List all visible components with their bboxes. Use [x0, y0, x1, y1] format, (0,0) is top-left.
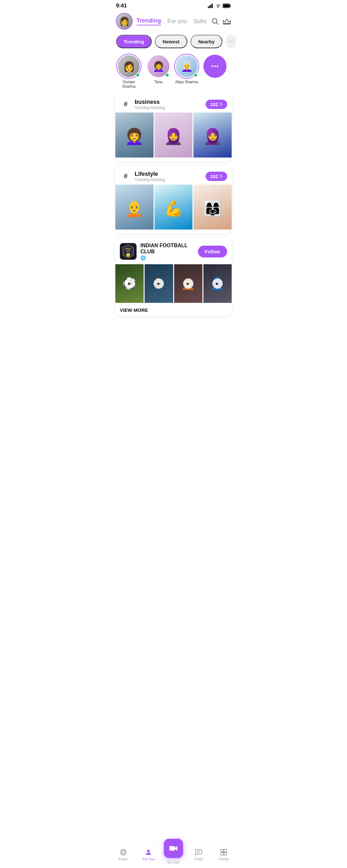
hashtag-img-1c: 🧕 — [193, 113, 232, 157]
club-video-1[interactable]: ⚽ ▶ — [115, 264, 144, 303]
svg-point-14 — [214, 66, 216, 67]
svg-point-12 — [232, 41, 233, 42]
header-action-icons — [211, 18, 231, 25]
header: 👩 Trending For you Subs — [111, 10, 236, 31]
view-more-button[interactable]: VIEW MORE — [115, 303, 232, 316]
story-item-1[interactable]: 👩 Gunjan Sharma — [116, 55, 142, 89]
content-scroll: # business Trending Hashtag 102 👩‍🦱 🧕 🧕 — [111, 94, 236, 346]
svg-point-11 — [231, 41, 232, 42]
svg-text:WINDY: WINDY — [125, 248, 131, 250]
svg-rect-0 — [208, 6, 209, 8]
play-button-4[interactable]: ▶ — [212, 278, 223, 289]
club-logo: WINDY CITY ⚽ — [120, 243, 136, 260]
story-name-3: Aliya Sharma — [175, 80, 198, 84]
pill-trending[interactable]: Trending — [116, 35, 152, 48]
svg-rect-3 — [212, 3, 213, 8]
pill-nearby[interactable]: Nearby — [191, 35, 222, 48]
story-avatar-2: 👩‍🦱 — [147, 55, 170, 78]
search-icon[interactable] — [211, 18, 219, 25]
wifi-icon — [215, 3, 221, 8]
club-card: WINDY CITY ⚽ INDIAN FOOTBALL CLUB 🌐 Foll… — [115, 238, 232, 316]
story-item-2[interactable]: 👩‍🦱 Tanu — [147, 55, 170, 84]
hashtag-img-2c: 👩‍👩‍👧 — [193, 185, 232, 229]
hashtag-info-1: business Trending Hashtag — [135, 99, 202, 110]
hashtag-img-1b: 🧕 — [155, 113, 193, 157]
tab-for-you[interactable]: For you — [167, 18, 187, 25]
hashtag-header-1: # business Trending Hashtag 102 — [115, 94, 232, 113]
hashtag-subtitle-1: Trending Hashtag — [135, 105, 202, 110]
svg-line-8 — [217, 23, 219, 25]
svg-text:⚽: ⚽ — [127, 254, 129, 256]
hashtag-count-1[interactable]: 102 — [206, 100, 227, 109]
svg-rect-2 — [211, 4, 212, 8]
more-stories-button[interactable] — [203, 55, 226, 78]
tab-subs[interactable]: Subs — [193, 18, 207, 25]
status-icons — [208, 3, 231, 8]
svg-point-15 — [217, 66, 219, 67]
story-avatar-1: 👩 — [117, 55, 140, 78]
svg-rect-9 — [223, 24, 230, 25]
club-video-2[interactable]: 🏃 ▶ — [145, 264, 173, 303]
story-name-2: Tanu — [154, 80, 163, 84]
story-avatar-3: 👩‍🦳 — [175, 55, 198, 78]
svg-point-10 — [229, 41, 230, 42]
pill-more[interactable] — [226, 35, 236, 48]
online-indicator-2 — [165, 73, 169, 77]
club-info: INDIAN FOOTBALL CLUB 🌐 — [140, 242, 194, 260]
stories-row: 👩 Gunjan Sharma 👩‍🦱 Tanu 👩‍🦳 Aliya Sharm… — [111, 52, 236, 94]
club-video-4[interactable]: 👤 ▶ — [203, 264, 232, 303]
signal-icon — [208, 3, 214, 8]
crown-icon[interactable] — [223, 18, 231, 25]
story-name-1: Gunjan Sharma — [116, 80, 142, 89]
club-header: WINDY CITY ⚽ INDIAN FOOTBALL CLUB 🌐 Foll… — [115, 238, 232, 264]
svg-text:CITY: CITY — [126, 250, 130, 252]
club-videos: ⚽ ▶ 🏃 ▶ 🧑‍🦱 ▶ 👤 ▶ — [115, 264, 232, 303]
story-item-3[interactable]: 👩‍🦳 Aliya Sharma — [175, 55, 198, 84]
club-video-3[interactable]: 🧑‍🦱 ▶ — [174, 264, 202, 303]
hashtag-img-2a: 🧑‍🦲 — [115, 185, 154, 229]
play-button-3[interactable]: ▶ — [183, 278, 193, 289]
battery-icon — [223, 3, 231, 8]
play-button-1[interactable]: ▶ — [124, 278, 135, 289]
hashtag-images-2: 🧑‍🦲 💪 👩‍👩‍👧 — [115, 185, 232, 229]
status-bar: 9:41 — [111, 0, 236, 10]
svg-rect-1 — [209, 5, 210, 8]
follow-button[interactable]: Follow — [198, 246, 227, 257]
hashtag-symbol-2: # — [120, 170, 131, 182]
club-name: INDIAN FOOTBALL CLUB — [140, 242, 194, 255]
hashtag-info-2: Lifestyle Trending Hashtag — [135, 171, 202, 182]
hashtag-title-1: business — [135, 99, 202, 105]
online-indicator-1 — [135, 73, 140, 77]
story-item-more[interactable] — [203, 55, 226, 78]
hashtag-card-business: # business Trending Hashtag 102 👩‍🦱 🧕 🧕 — [115, 94, 232, 161]
online-indicator-3 — [193, 73, 198, 77]
header-avatar[interactable]: 👩 — [116, 13, 133, 30]
hashtag-images-1: 👩‍🦱 🧕 🧕 — [115, 113, 232, 157]
hashtag-title-2: Lifestyle — [135, 171, 202, 178]
status-time: 9:41 — [116, 3, 127, 9]
hashtag-header-2: # Lifestyle Trending Hashtag 102 — [115, 166, 232, 185]
club-logo-svg: WINDY CITY ⚽ — [121, 244, 136, 259]
hashtag-card-lifestyle: # Lifestyle Trending Hashtag 102 🧑‍🦲 💪 👩… — [115, 166, 232, 234]
nav-tabs: Trending For you Subs — [136, 18, 207, 25]
tab-trending[interactable]: Trending — [136, 18, 161, 25]
svg-point-13 — [212, 66, 213, 67]
hashtag-symbol-1: # — [120, 98, 131, 110]
hashtag-subtitle-2: Trending Hashtag — [135, 178, 202, 182]
hashtag-img-2b: 💪 — [155, 185, 193, 229]
hashtag-img-1a: 👩‍🦱 — [115, 113, 154, 157]
club-type: 🌐 — [140, 255, 194, 260]
pill-newest[interactable]: Newest — [155, 35, 187, 48]
filter-pills: Trending Newest Nearby — [111, 31, 236, 52]
hashtag-count-2[interactable]: 102 — [206, 172, 227, 181]
svg-rect-6 — [223, 4, 229, 7]
svg-rect-5 — [230, 5, 231, 7]
play-button-2[interactable]: ▶ — [154, 278, 164, 289]
